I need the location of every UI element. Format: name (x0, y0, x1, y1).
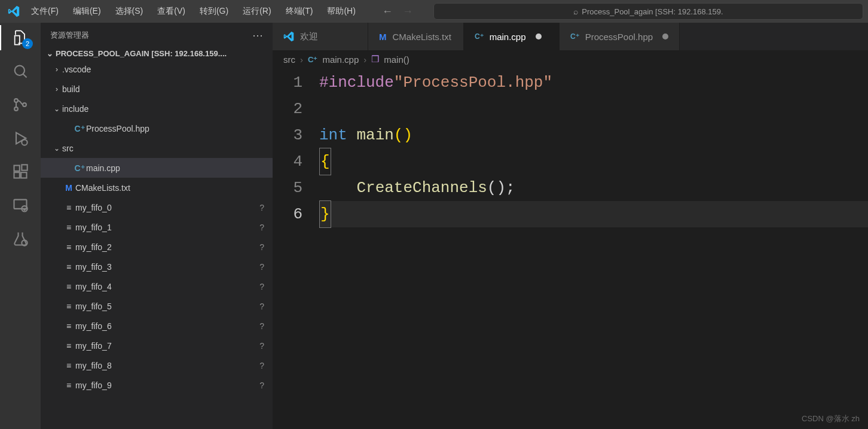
svg-point-2 (14, 99, 18, 102)
file-fifo[interactable]: ≡my_fifo_4? (41, 276, 273, 296)
svg-rect-11 (14, 200, 27, 209)
activity-source-control-icon[interactable] (11, 96, 29, 114)
svg-rect-8 (14, 172, 20, 178)
breadcrumbs[interactable]: src › C⁺ main.cpp › ❒ main() (273, 50, 868, 68)
sidebar-more-icon[interactable]: ⋯ (252, 29, 263, 42)
activity-bar: 2 (0, 23, 41, 429)
activity-run-debug-icon[interactable] (11, 129, 29, 147)
breadcrumb-main[interactable]: main.cpp (322, 54, 359, 65)
nav-forward-icon[interactable]: → (402, 5, 413, 18)
file-processpool-hpp[interactable]: C⁺ ProcessPool.hpp (41, 118, 273, 138)
menu-run[interactable]: 运行(R) (237, 4, 277, 19)
activity-testing-icon[interactable] (11, 230, 29, 248)
svg-marker-5 (16, 133, 26, 144)
svg-rect-7 (14, 166, 20, 171)
file-icon: ≡ (62, 381, 75, 390)
menu-help[interactable]: 帮助(H) (321, 4, 361, 19)
chevron-down-icon: ⌄ (47, 49, 53, 58)
nav-back-icon[interactable]: ← (382, 5, 393, 18)
symbol-method-icon: ❒ (371, 54, 379, 65)
tab-welcome[interactable]: 欢迎 (273, 23, 368, 50)
file-icon: ≡ (62, 321, 75, 331)
activity-explorer-icon[interactable]: 2 (11, 29, 29, 47)
line-numbers-gutter: 1 2 3 4 5 6 (273, 69, 319, 429)
chevron-right-icon: › (300, 54, 303, 65)
menu-view[interactable]: 查看(V) (151, 4, 191, 19)
file-fifo[interactable]: ≡my_fifo_0? (41, 197, 273, 217)
file-icon: ≡ (62, 262, 75, 272)
file-fifo[interactable]: ≡my_fifo_6? (41, 316, 273, 336)
vscode-logo-icon (283, 31, 294, 42)
file-cmakelists[interactable]: M CMakeLists.txt (41, 178, 273, 197)
menu-edit[interactable]: 编辑(E) (67, 4, 107, 19)
chevron-right-icon: › (51, 65, 62, 74)
tab-main-cpp[interactable]: C⁺ main.cpp (464, 23, 560, 50)
sidebar-header: 资源管理器 ⋯ (41, 23, 273, 48)
cpp-file-icon: C⁺ (308, 55, 317, 64)
project-title: PROCESS_POOL_AGAIN [SSH: 192.168.159.... (56, 49, 227, 58)
menu-go[interactable]: 转到(G) (194, 4, 234, 19)
svg-point-4 (23, 103, 26, 107)
activity-extensions-icon[interactable] (11, 163, 29, 181)
editor-area: 欢迎 M CMakeLists.txt C⁺ main.cpp C⁺ Proce… (273, 23, 868, 429)
chevron-right-icon: › (363, 54, 366, 65)
file-main-cpp[interactable]: C⁺ main.cpp (41, 158, 273, 178)
folder-src[interactable]: ⌄ src (41, 138, 273, 158)
explorer-badge: 2 (22, 38, 33, 49)
code-lines[interactable]: #include"ProcessPool.hpp" int main() { C… (319, 69, 868, 429)
explorer-sidebar: 资源管理器 ⋯ ⌄ PROCESS_POOL_AGAIN [SSH: 192.1… (41, 23, 273, 429)
file-fifo[interactable]: ≡my_fifo_2? (41, 237, 273, 257)
menu-terminal[interactable]: 终端(T) (280, 4, 319, 19)
activity-search-icon[interactable] (11, 62, 29, 80)
chevron-down-icon: ⌄ (51, 144, 62, 153)
file-tree: › .vscode › build ⌄ include C⁺ ProcessPo… (41, 59, 273, 429)
activity-remote-icon[interactable] (11, 196, 29, 214)
vscode-logo-icon (5, 5, 23, 17)
folder-include[interactable]: ⌄ include (41, 99, 273, 118)
file-fifo[interactable]: ≡my_fifo_1? (41, 217, 273, 237)
watermark: CSDN @落水 zh (802, 413, 860, 424)
tab-processpool-hpp[interactable]: C⁺ ProcessPool.hpp (560, 23, 680, 50)
cpp-file-icon: C⁺ (475, 32, 484, 41)
tab-cmakelists[interactable]: M CMakeLists.txt (368, 23, 464, 50)
project-title-row[interactable]: ⌄ PROCESS_POOL_AGAIN [SSH: 192.168.159..… (41, 48, 273, 59)
unsaved-dot-icon (536, 34, 542, 39)
menu-selection[interactable]: 选择(S) (109, 4, 149, 19)
svg-point-0 (15, 66, 25, 75)
folder-vscode[interactable]: › .vscode (41, 59, 273, 79)
chevron-down-icon: ⌄ (51, 105, 62, 113)
svg-point-6 (22, 139, 27, 145)
cmake-file-icon: M (62, 183, 75, 193)
nav-arrows: ← → (382, 5, 413, 18)
file-icon: ≡ (62, 302, 75, 311)
command-center-search[interactable]: ⌕ Process_Pool_again [SSH: 192.168.159. (433, 3, 863, 20)
editor-tabs: 欢迎 M CMakeLists.txt C⁺ main.cpp C⁺ Proce… (273, 23, 868, 50)
cmake-file-icon: M (379, 32, 387, 42)
search-text: Process_Pool_again [SSH: 192.168.159. (582, 7, 723, 16)
sidebar-title: 资源管理器 (50, 30, 89, 41)
code-editor[interactable]: 1 2 3 4 5 6 #include"ProcessPool.hpp" in… (273, 68, 868, 429)
svg-rect-10 (22, 165, 27, 170)
file-fifo[interactable]: ≡my_fifo_8? (41, 355, 273, 375)
file-fifo[interactable]: ≡my_fifo_9? (41, 375, 273, 395)
folder-build[interactable]: › build (41, 79, 273, 99)
file-fifo[interactable]: ≡my_fifo_7? (41, 336, 273, 355)
cpp-header-icon: C⁺ (73, 124, 86, 133)
cpp-file-icon: C⁺ (73, 163, 86, 173)
cpp-header-icon: C⁺ (570, 32, 579, 41)
file-fifo[interactable]: ≡my_fifo_3? (41, 257, 273, 276)
file-icon: ≡ (62, 282, 75, 291)
file-fifo[interactable]: ≡my_fifo_5? (41, 296, 273, 316)
file-icon: ≡ (62, 223, 75, 232)
search-icon: ⌕ (573, 7, 578, 16)
svg-line-1 (23, 74, 27, 78)
breadcrumb-func[interactable]: main() (384, 54, 409, 65)
chevron-right-icon: › (51, 85, 62, 93)
breadcrumb-src[interactable]: src (283, 54, 295, 65)
file-icon: ≡ (62, 361, 75, 370)
svg-point-3 (14, 107, 18, 111)
menu-file[interactable]: 文件(F) (25, 4, 65, 19)
file-icon: ≡ (62, 341, 75, 351)
unsaved-dot-icon (662, 34, 668, 39)
file-icon: ≡ (62, 242, 75, 252)
